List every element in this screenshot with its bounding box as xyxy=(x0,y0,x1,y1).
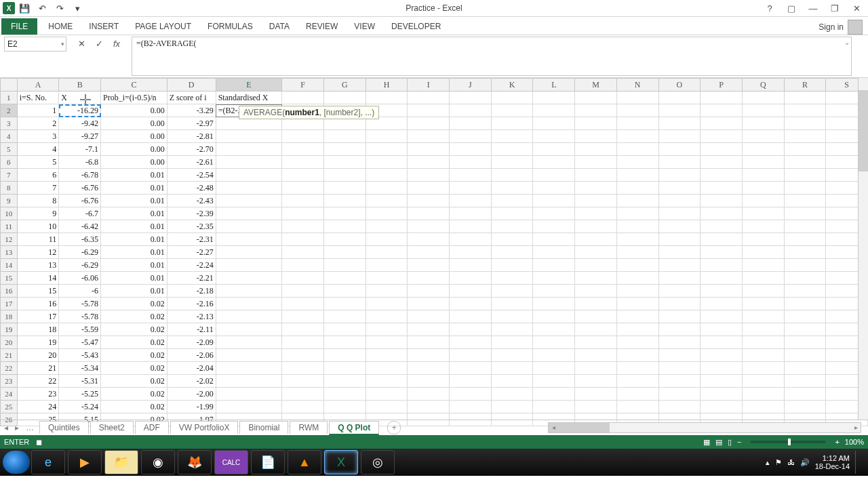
cell[interactable] xyxy=(216,195,282,207)
cell[interactable] xyxy=(216,349,282,362)
cell[interactable]: -2.35 xyxy=(167,220,216,233)
cell[interactable] xyxy=(658,207,701,220)
macro-record-icon[interactable]: ◼ xyxy=(36,438,42,447)
cell[interactable] xyxy=(450,195,492,207)
cell[interactable] xyxy=(408,195,450,207)
cell[interactable] xyxy=(701,349,743,362)
tray-network-icon[interactable]: 🖧 xyxy=(787,458,795,466)
cell[interactable] xyxy=(366,156,408,169)
cell[interactable] xyxy=(575,220,617,233)
cell[interactable] xyxy=(450,349,492,362)
cell[interactable]: -2.21 xyxy=(167,272,216,285)
cell[interactable] xyxy=(324,130,366,143)
cell[interactable] xyxy=(784,233,826,246)
row-header[interactable]: 23 xyxy=(1,375,18,388)
cell[interactable]: -6.7 xyxy=(59,207,101,220)
cell[interactable] xyxy=(742,156,784,169)
cell[interactable] xyxy=(784,169,826,182)
cell[interactable] xyxy=(784,130,826,143)
cell[interactable] xyxy=(575,104,617,117)
cell[interactable] xyxy=(491,182,533,195)
cell[interactable] xyxy=(450,298,492,310)
cell[interactable] xyxy=(324,323,366,336)
normal-view-icon[interactable]: ▦ xyxy=(703,438,710,447)
cell[interactable] xyxy=(701,362,743,375)
cell[interactable]: 13 xyxy=(17,259,59,272)
page-break-view-icon[interactable]: ▯ xyxy=(728,438,732,447)
cell[interactable] xyxy=(282,92,324,104)
cell[interactable] xyxy=(616,388,658,401)
cell[interactable] xyxy=(408,323,450,336)
cell[interactable] xyxy=(575,143,617,156)
cell[interactable] xyxy=(701,104,743,117)
cell[interactable] xyxy=(324,298,366,310)
cell[interactable] xyxy=(742,310,784,323)
cell[interactable]: -2.48 xyxy=(167,182,216,195)
cell[interactable] xyxy=(366,143,408,156)
cell[interactable] xyxy=(742,285,784,298)
tray-sound-icon[interactable]: 🔊 xyxy=(800,458,810,467)
cell[interactable] xyxy=(658,349,701,362)
cell[interactable] xyxy=(575,233,617,246)
cell[interactable] xyxy=(408,104,450,117)
cell[interactable] xyxy=(616,220,658,233)
new-sheet-button[interactable]: + xyxy=(387,421,401,434)
cell[interactable]: -2.70 xyxy=(167,143,216,156)
cell[interactable] xyxy=(282,246,324,259)
zoom-out-button[interactable]: − xyxy=(737,438,741,446)
row-header[interactable]: 6 xyxy=(1,156,18,169)
cell[interactable] xyxy=(533,156,575,169)
cell[interactable] xyxy=(658,220,701,233)
cell[interactable]: -5.24 xyxy=(59,401,101,413)
cell[interactable] xyxy=(616,401,658,413)
cell[interactable] xyxy=(491,130,533,143)
cell[interactable] xyxy=(742,336,784,349)
cell[interactable]: 0.01 xyxy=(101,182,167,195)
cell[interactable] xyxy=(408,259,450,272)
cancel-button[interactable]: ✕ xyxy=(73,37,90,50)
cell[interactable] xyxy=(575,259,617,272)
cell[interactable] xyxy=(616,104,658,117)
row-header[interactable]: 1 xyxy=(1,92,18,104)
horizontal-scrollbar[interactable]: ◂ ▸ xyxy=(548,422,861,433)
cell[interactable] xyxy=(366,310,408,323)
row-header[interactable]: 7 xyxy=(1,169,18,182)
column-header-Q[interactable]: Q xyxy=(742,79,784,92)
cell[interactable] xyxy=(282,375,324,388)
cell[interactable] xyxy=(658,246,701,259)
cell[interactable] xyxy=(658,143,701,156)
cell[interactable] xyxy=(533,323,575,336)
cell[interactable] xyxy=(450,104,492,117)
cell[interactable]: 18 xyxy=(17,323,59,336)
row-header[interactable]: 19 xyxy=(1,323,18,336)
cell[interactable] xyxy=(450,130,492,143)
cell[interactable] xyxy=(616,362,658,375)
cell[interactable] xyxy=(366,298,408,310)
cell[interactable] xyxy=(366,336,408,349)
cell[interactable] xyxy=(701,117,743,130)
cell[interactable]: 0.01 xyxy=(101,246,167,259)
cell[interactable] xyxy=(701,246,743,259)
cell[interactable] xyxy=(575,182,617,195)
cell[interactable] xyxy=(450,362,492,375)
tab-formulas[interactable]: FORMULAS xyxy=(199,18,261,35)
cell[interactable] xyxy=(784,259,826,272)
taskbar-notepad-icon[interactable]: 📄 xyxy=(251,450,285,474)
cell[interactable]: 9 xyxy=(17,207,59,220)
cell[interactable] xyxy=(575,130,617,143)
cell[interactable] xyxy=(533,298,575,310)
cell[interactable] xyxy=(784,375,826,388)
cell[interactable] xyxy=(701,182,743,195)
minimize-button[interactable]: — xyxy=(804,2,822,14)
cell[interactable] xyxy=(742,298,784,310)
cell[interactable] xyxy=(658,117,701,130)
cell[interactable]: -6.35 xyxy=(59,233,101,246)
cell[interactable] xyxy=(282,388,324,401)
cell[interactable] xyxy=(742,143,784,156)
cell[interactable]: Prob_i=(i-0.5)/n xyxy=(101,92,167,104)
sheet-tab-q-q-plot[interactable]: Q Q Plot xyxy=(329,421,379,435)
cell[interactable] xyxy=(366,130,408,143)
cell[interactable]: 0.01 xyxy=(101,169,167,182)
cell[interactable]: 0.01 xyxy=(101,272,167,285)
cell[interactable] xyxy=(742,182,784,195)
